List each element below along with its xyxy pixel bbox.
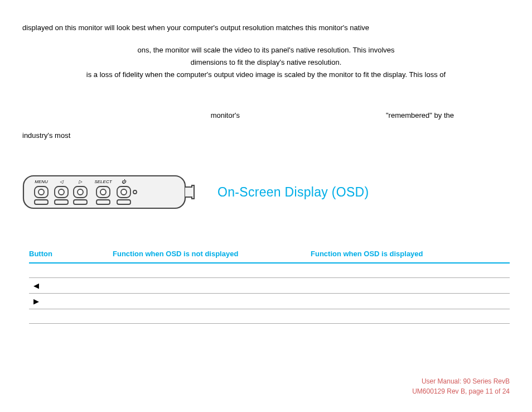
- svg-point-11: [59, 189, 64, 195]
- svg-point-8: [38, 189, 44, 195]
- osd-button-table: Button Function when OSD is not displaye…: [29, 245, 510, 324]
- svg-rect-16: [96, 200, 110, 204]
- page-footer: User Manual: 90 Series RevB UM600129 Rev…: [412, 376, 510, 396]
- table-header-row: Button Function when OSD is not displaye…: [29, 245, 510, 264]
- svg-rect-7: [35, 200, 48, 204]
- th-displayed: Function when OSD is displayed: [311, 250, 510, 258]
- footer-page-number: UM600129 Rev B, page 11 of 24: [412, 386, 510, 396]
- table-row: [29, 264, 510, 278]
- th-button: Button: [29, 250, 113, 258]
- svg-text:⏻: ⏻: [122, 179, 127, 184]
- body-line-3: dimensions to fit the display's native r…: [22, 57, 510, 68]
- svg-rect-13: [74, 200, 87, 204]
- body-line-4: is a loss of fidelity when the computer'…: [22, 69, 510, 80]
- row-button-right-arrow: ▶: [29, 297, 113, 305]
- body-line-6: industry's most: [22, 130, 510, 141]
- panel-heading-row: MENU ◁ ▷ SELECT ⏻: [22, 174, 510, 212]
- th-not-displayed: Function when OSD is not displayed: [113, 250, 311, 258]
- row-button-left-arrow: ◀: [29, 281, 113, 290]
- svg-point-20: [121, 189, 127, 195]
- body-line-5: monitor's "remembered" by the: [22, 110, 510, 121]
- section-heading-osd: On-Screen Display (OSD): [217, 185, 369, 200]
- svg-rect-19: [117, 200, 130, 204]
- body-fragment-remembered: "remembered" by the: [386, 110, 454, 121]
- table-row: ▶: [29, 294, 510, 309]
- osd-panel-illustration: MENU ◁ ▷ SELECT ⏻: [22, 174, 195, 212]
- svg-text:▷: ▷: [78, 179, 83, 184]
- body-fragment-monitor: monitor's: [22, 110, 240, 121]
- table-row: ◀: [29, 278, 510, 294]
- footer-doc-title: User Manual: 90 Series RevB: [412, 376, 510, 386]
- svg-point-17: [100, 189, 106, 195]
- table-row: [29, 309, 510, 324]
- body-line-2: ons, the monitor will scale the video to…: [22, 45, 510, 56]
- svg-text:SELECT: SELECT: [94, 179, 112, 184]
- svg-point-14: [78, 189, 83, 195]
- body-line-1: displayed on this monitor will look best…: [22, 22, 510, 33]
- svg-point-21: [133, 190, 137, 194]
- svg-rect-10: [55, 200, 68, 204]
- svg-text:MENU: MENU: [35, 179, 48, 184]
